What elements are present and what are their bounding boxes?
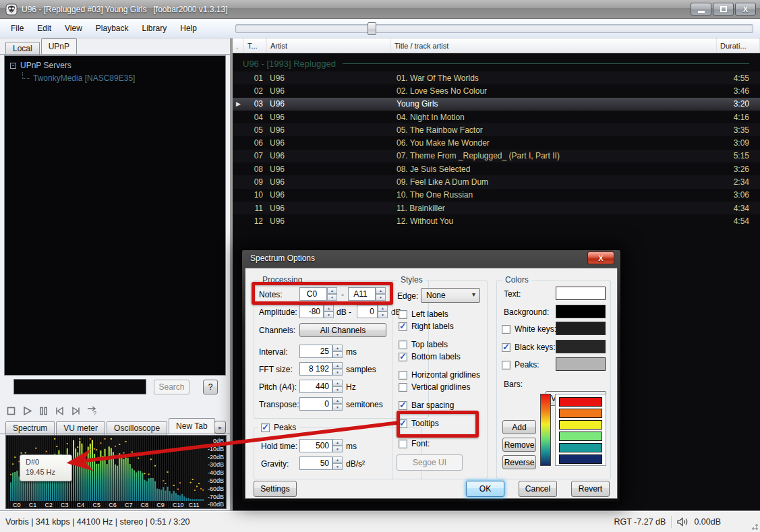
playlist-row[interactable]: 04U9604. Night In Motion4:16: [233, 111, 760, 123]
transpose-spinner[interactable]: ▲▼: [332, 397, 343, 411]
checkbox-bottom-labels[interactable]: Bottom labels: [399, 351, 484, 363]
pitch-spinner[interactable]: ▲▼: [332, 380, 343, 393]
checkbox-tooltips[interactable]: Tooltips: [399, 417, 484, 430]
peaks-color-checkbox[interactable]: Peaks:: [502, 359, 539, 371]
playlist-row[interactable]: ▶03U96Young Girls3:20: [233, 98, 760, 111]
gravity-spinner[interactable]: ▲▼: [332, 456, 343, 470]
palette-color[interactable]: [559, 420, 602, 430]
search-button[interactable]: Search: [154, 380, 189, 394]
gravity-input[interactable]: 50: [299, 456, 332, 470]
add-color-button[interactable]: Add: [502, 420, 536, 434]
notes-to-input[interactable]: A11: [348, 287, 376, 301]
white-keys-checkbox-icon[interactable]: [502, 325, 510, 334]
tab-new-tab[interactable]: New Tab: [169, 418, 214, 434]
column-header-4[interactable]: Durati...: [717, 38, 760, 53]
settings-button[interactable]: Settings: [254, 481, 297, 497]
white-keys-checkbox[interactable]: White keys:: [502, 323, 556, 335]
dialog-close-button[interactable]: X: [587, 252, 614, 264]
column-header-0[interactable]: .: [233, 38, 244, 53]
next-button[interactable]: [70, 405, 82, 417]
play-button[interactable]: [22, 405, 33, 417]
playlist-group-header[interactable]: U96 - [1993] Replugged: [233, 57, 760, 71]
checkbox-icon[interactable]: [399, 310, 407, 319]
checkbox-icon[interactable]: [399, 341, 407, 349]
black-keys-swatch[interactable]: [556, 340, 606, 353]
edge-dropdown[interactable]: None: [421, 288, 480, 303]
status-volume[interactable]: 0.00dB: [694, 517, 721, 527]
previous-button[interactable]: [54, 405, 65, 417]
checkbox-icon[interactable]: [399, 383, 407, 392]
amplitude-from-input[interactable]: -80: [299, 305, 324, 318]
checkbox-icon[interactable]: [399, 419, 407, 428]
search-input[interactable]: [13, 379, 146, 394]
notes-from-input[interactable]: C0: [299, 287, 327, 301]
background-color-swatch[interactable]: [556, 305, 606, 318]
playlist-row[interactable]: 11U9611. Brainkiller4:34: [233, 202, 760, 214]
resize-grip-icon[interactable]: [749, 521, 758, 530]
checkbox-right-labels[interactable]: Right labels: [399, 320, 484, 332]
seekbar[interactable]: [233, 19, 760, 38]
tree-node-upnp-servers[interactable]: - UPnP Servers: [10, 61, 71, 70]
revert-button[interactable]: Revert: [571, 481, 610, 497]
playlist-row[interactable]: 10U9610. The One Russian3:06: [233, 189, 760, 202]
white-keys-swatch[interactable]: [556, 322, 606, 335]
stop-button[interactable]: [5, 405, 17, 417]
playlist-row[interactable]: 06U9606. You Make Me Wonder3:09: [233, 136, 760, 149]
volume-icon[interactable]: [677, 517, 689, 527]
playlist-row[interactable]: 08U9608. Je Suis Selected3:26: [233, 162, 760, 175]
palette-list[interactable]: [555, 394, 606, 466]
amplitude-from-spinner[interactable]: ▲▼: [324, 305, 334, 318]
fft-size-spinner[interactable]: ▲▼: [332, 362, 343, 376]
fft-size-input[interactable]: 8 192: [299, 362, 332, 376]
menu-help[interactable]: Help: [173, 19, 204, 38]
reverse-colors-button[interactable]: Reverse: [502, 455, 536, 469]
peaks-enable-checkbox[interactable]: Peaks: [258, 421, 299, 434]
close-button[interactable]: X: [735, 3, 756, 16]
pitch-input[interactable]: 440: [299, 380, 332, 393]
checkbox-icon[interactable]: [399, 353, 407, 361]
column-header-1[interactable]: T...: [244, 38, 267, 53]
playlist-row[interactable]: 12U9612. Without You4:54: [233, 214, 760, 227]
notes-to-spinner[interactable]: ▲▼: [376, 287, 386, 301]
checkbox-icon[interactable]: [399, 401, 407, 410]
upnp-tree-panel[interactable]: - UPnP Servers TwonkyMedia [NASC89E35]: [4, 55, 226, 376]
checkbox-icon[interactable]: [399, 371, 407, 380]
playlist-row[interactable]: 01U9601. War Of The Worlds4:55: [233, 71, 760, 84]
playlist-row[interactable]: 07U9607. Theme From _Replugged_ (Part I,…: [233, 150, 760, 162]
ok-button[interactable]: OK: [466, 481, 504, 497]
palette-color[interactable]: [559, 432, 602, 441]
checkbox-left-labels[interactable]: Left labels: [399, 308, 484, 320]
seekbar-track[interactable]: [235, 24, 753, 33]
notes-from-spinner[interactable]: ▲▼: [327, 287, 337, 301]
tab-oscilloscope[interactable]: Oscilloscope: [107, 421, 167, 435]
pause-button[interactable]: [38, 405, 49, 417]
title-bar[interactable]: U96 - [Replugged #03] Young Girls [fooba…: [0, 0, 760, 19]
peaks-color-swatch[interactable]: [556, 357, 606, 371]
column-header-2[interactable]: Artist: [267, 38, 391, 53]
interval-input[interactable]: 25: [299, 345, 332, 358]
peaks-checkbox-icon[interactable]: [261, 423, 270, 432]
help-button[interactable]: ?: [203, 380, 218, 394]
palette-color[interactable]: [559, 397, 602, 407]
font-button[interactable]: Segoe UI: [397, 454, 463, 471]
spectrum-visualisation[interactable]: 0dB-10dB-20dB-30dB-40dB-50dB-60dB-70dB-8…: [5, 435, 227, 509]
tree-collapse-icon[interactable]: -: [10, 63, 16, 69]
palette-color[interactable]: [559, 454, 602, 464]
tab-vu-meter[interactable]: VU meter: [56, 421, 105, 435]
playlist-row[interactable]: 02U9602. Love Sees No Colour3:46: [233, 84, 760, 97]
black-keys-checkbox[interactable]: Black keys:: [502, 341, 556, 353]
tab-scroll-right-icon[interactable]: ▸: [214, 421, 226, 434]
minimize-button[interactable]: [691, 3, 711, 16]
column-header-3[interactable]: Title / track artist: [391, 38, 717, 53]
tree-node-twonkymedia[interactable]: TwonkyMedia [NASC89E35]: [20, 73, 135, 83]
checkbox-bar-spacing[interactable]: Bar spacing: [399, 399, 484, 411]
palette-color[interactable]: [559, 443, 602, 452]
tab-local[interactable]: Local: [5, 42, 40, 55]
transpose-input[interactable]: 0: [299, 397, 332, 411]
menu-file[interactable]: File: [4, 19, 30, 38]
menu-playback[interactable]: Playback: [89, 19, 136, 38]
checkbox-font[interactable]: Font:: [399, 438, 484, 450]
remove-color-button[interactable]: Remove: [502, 438, 536, 452]
checkbox-icon[interactable]: [399, 440, 407, 448]
text-color-swatch[interactable]: [556, 287, 606, 300]
